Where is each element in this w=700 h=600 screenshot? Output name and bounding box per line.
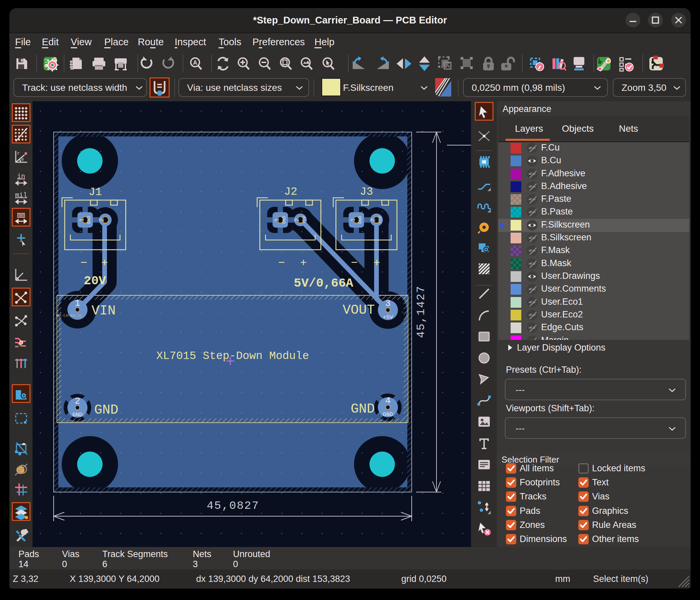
svg-text:r: r	[17, 151, 20, 156]
svg-text:mm: mm	[17, 211, 25, 219]
svg-text:mil: mil	[15, 192, 27, 199]
svg-text:θ: θ	[21, 157, 24, 162]
svg-text:in: in	[17, 173, 25, 180]
svg-text:A: A	[193, 59, 197, 67]
